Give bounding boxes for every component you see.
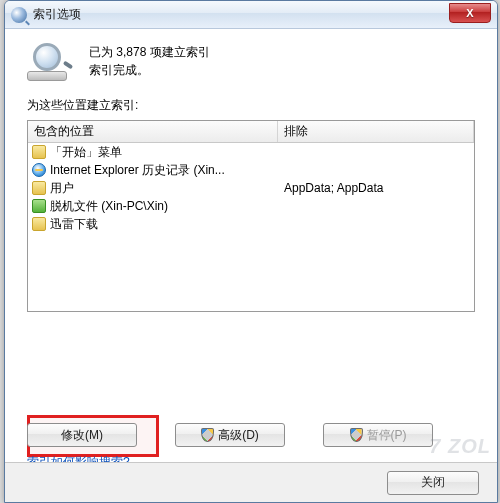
close-button[interactable]: 关闭 <box>387 471 479 495</box>
button-label: 高级(D) <box>218 427 259 444</box>
item-label: 「开始」菜单 <box>50 144 122 161</box>
list-item[interactable]: 脱机文件 (Xin-PC\Xin) <box>28 197 474 215</box>
button-label: 暂停(P) <box>367 427 407 444</box>
list-item[interactable]: 用户 AppData; AppData <box>28 179 474 197</box>
item-label: Internet Explorer 历史记录 (Xin... <box>50 162 225 179</box>
folder-icon <box>32 217 46 231</box>
offline-files-icon <box>32 199 46 213</box>
window-title: 索引选项 <box>33 6 81 23</box>
magnifier-icon <box>11 7 27 23</box>
item-label: 用户 <box>50 180 74 197</box>
folder-icon <box>32 145 46 159</box>
column-included[interactable]: 包含的位置 <box>28 121 278 142</box>
list-item[interactable]: 迅雷下载 <box>28 215 474 233</box>
item-exclude: AppData; AppData <box>278 181 474 195</box>
titlebar[interactable]: 索引选项 X <box>5 1 497 29</box>
uac-shield-icon <box>350 428 363 442</box>
dialog-footer: 关闭 <box>5 462 497 502</box>
status-count: 已为 3,878 项建立索引 <box>89 43 210 61</box>
advanced-button[interactable]: 高级(D) <box>175 423 285 447</box>
uac-shield-icon <box>201 428 214 442</box>
indexing-options-dialog: 索引选项 X 已为 3,878 项建立索引 索引完成。 为这些位置建立索引: 包… <box>4 0 498 503</box>
list-item[interactable]: Internet Explorer 历史记录 (Xin... <box>28 161 474 179</box>
locations-label: 为这些位置建立索引: <box>27 97 475 114</box>
locations-list[interactable]: 包含的位置 排除 「开始」菜单 Internet Explorer 历史记录 (… <box>27 120 475 312</box>
list-header: 包含的位置 排除 <box>28 121 474 143</box>
dialog-content: 已为 3,878 项建立索引 索引完成。 为这些位置建立索引: 包含的位置 排除… <box>5 29 497 502</box>
magnifier-large-icon <box>27 43 73 81</box>
folder-icon <box>32 181 46 195</box>
button-label: 关闭 <box>421 474 445 491</box>
status-complete: 索引完成。 <box>89 61 210 79</box>
button-label: 修改(M) <box>61 427 103 444</box>
pause-button[interactable]: 暂停(P) <box>323 423 433 447</box>
column-excluded[interactable]: 排除 <box>278 121 474 142</box>
item-label: 脱机文件 (Xin-PC\Xin) <box>50 198 168 215</box>
ie-icon <box>32 163 46 177</box>
modify-button[interactable]: 修改(M) <box>27 423 137 447</box>
close-icon: X <box>466 7 473 19</box>
item-label: 迅雷下载 <box>50 216 98 233</box>
window-close-button[interactable]: X <box>449 3 491 23</box>
list-body: 「开始」菜单 Internet Explorer 历史记录 (Xin... 用户… <box>28 143 474 233</box>
status-text: 已为 3,878 项建立索引 索引完成。 <box>89 43 210 79</box>
list-item[interactable]: 「开始」菜单 <box>28 143 474 161</box>
